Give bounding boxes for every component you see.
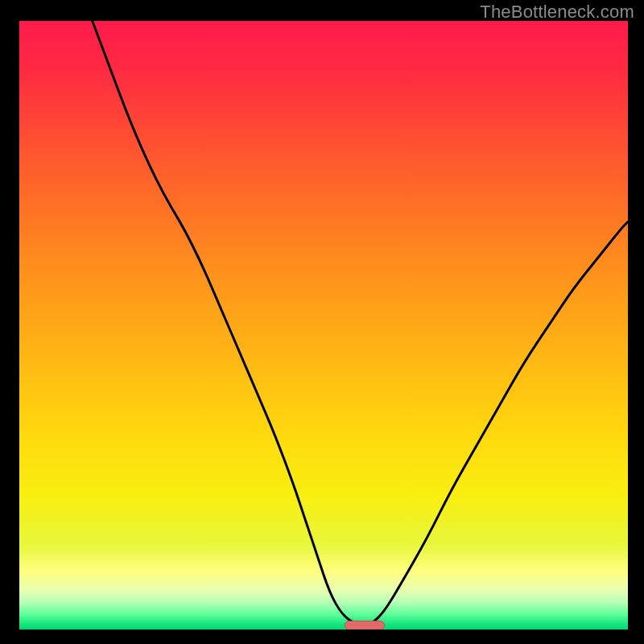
- chart-frame: TheBottleneck.com: [0, 0, 644, 644]
- bottleneck-curve-chart: [19, 21, 628, 630]
- plot-area: [19, 21, 628, 630]
- watermark: TheBottleneck.com: [480, 2, 634, 23]
- gradient-background: [19, 21, 628, 630]
- optimal-range-marker: [345, 621, 384, 630]
- marker-layer: [345, 621, 384, 630]
